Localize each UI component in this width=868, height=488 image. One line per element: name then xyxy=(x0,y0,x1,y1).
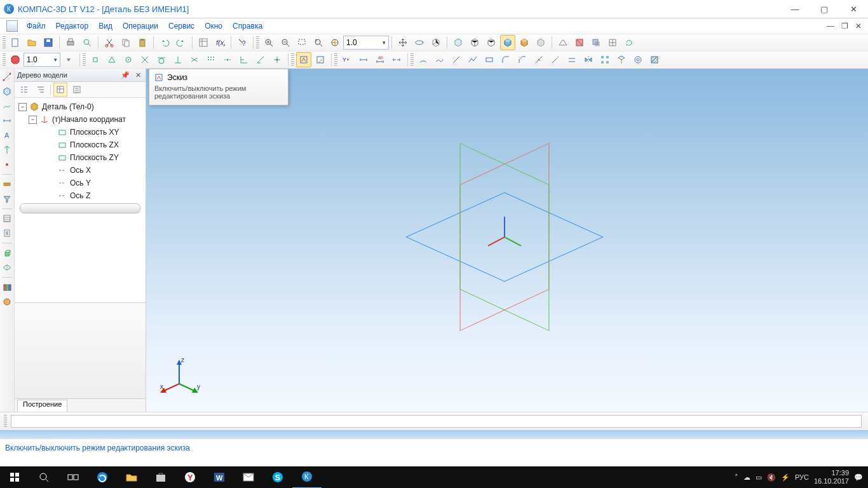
snap-cen-button[interactable] xyxy=(121,52,136,67)
menu-editor[interactable]: Редактор xyxy=(51,19,94,33)
perspective-button[interactable] xyxy=(555,35,571,50)
panel-close-icon[interactable]: ✕ xyxy=(133,70,143,80)
arc-button[interactable] xyxy=(416,52,431,67)
search-button[interactable] xyxy=(29,466,58,488)
menu-window[interactable]: Окно xyxy=(200,19,227,33)
tree-axis-z[interactable]: Ось Z xyxy=(15,189,146,202)
explorer-icon[interactable] xyxy=(117,466,146,488)
tree-plane-xy[interactable]: Плоскость XY xyxy=(15,126,146,139)
grip-icon[interactable] xyxy=(3,36,6,49)
tree-hscroll[interactable] xyxy=(20,203,140,214)
sketch-from-button[interactable] xyxy=(313,52,328,67)
shadow-button[interactable] xyxy=(588,35,604,50)
view-flat-button[interactable] xyxy=(533,35,548,50)
grip-icon[interactable] xyxy=(291,53,294,66)
text-button[interactable]: A xyxy=(0,128,14,142)
menu-view[interactable]: Вид xyxy=(93,19,118,33)
fillet-button[interactable] xyxy=(498,52,513,67)
close-button[interactable]: ✕ xyxy=(839,0,868,18)
trim-button[interactable] xyxy=(531,52,546,67)
grid-button[interactable] xyxy=(605,35,620,50)
tab-build[interactable]: Построение xyxy=(17,400,67,412)
print-button[interactable] xyxy=(63,35,78,50)
kompas-task-icon[interactable]: К xyxy=(292,466,322,488)
material-button[interactable] xyxy=(0,295,14,309)
grip-icon[interactable] xyxy=(4,415,7,428)
grip-icon[interactable] xyxy=(410,53,414,66)
minimize-button[interactable]: — xyxy=(780,0,810,18)
zoom-combo[interactable]: 1.0▾ xyxy=(343,36,389,50)
view-iso-button[interactable] xyxy=(451,35,466,50)
pan-button[interactable] xyxy=(395,35,410,50)
new-button[interactable] xyxy=(8,35,23,50)
edge-icon[interactable] xyxy=(88,466,117,488)
copy-button[interactable] xyxy=(118,35,133,50)
mdi-doc-icon[interactable] xyxy=(6,20,18,32)
save-button[interactable] xyxy=(41,35,56,50)
tree-axis-x[interactable]: Ось X xyxy=(15,164,146,177)
dim-side-button[interactable] xyxy=(0,114,14,128)
properties-button[interactable] xyxy=(196,35,211,50)
snap-tan-button[interactable] xyxy=(154,52,169,67)
viewport-3d[interactable]: Эскиз Включить/выключить режим редактиро… xyxy=(146,69,868,412)
extend-button[interactable] xyxy=(548,52,563,67)
word-icon[interactable]: W xyxy=(205,466,234,488)
sketch-mode-button[interactable] xyxy=(296,52,311,67)
mirror-button[interactable] xyxy=(581,52,596,67)
mdi-minimize[interactable]: — xyxy=(824,20,837,32)
taskview-button[interactable] xyxy=(58,466,88,488)
menu-help[interactable]: Справка xyxy=(227,19,268,33)
stop-button[interactable] xyxy=(8,52,23,67)
tray-notifications-icon[interactable]: 💬 xyxy=(854,473,863,482)
array-button[interactable] xyxy=(597,52,613,67)
snap-end-button[interactable] xyxy=(88,52,103,67)
command-input[interactable] xyxy=(11,415,862,428)
view-wire-button[interactable] xyxy=(467,35,482,50)
tray-battery-icon[interactable]: ▭ xyxy=(756,473,762,482)
mdi-close[interactable]: ✕ xyxy=(851,20,865,32)
zoom-out-button[interactable] xyxy=(278,35,293,50)
orient-button[interactable] xyxy=(428,35,444,50)
equidist-button[interactable] xyxy=(630,52,646,67)
measure-button[interactable] xyxy=(0,177,14,191)
tree-body[interactable]: − Деталь (Тел-0) − (т)Начало координат П… xyxy=(15,98,146,302)
panel-pin-icon[interactable]: 📌 xyxy=(120,70,130,80)
tray-volume-icon[interactable]: 🔇 xyxy=(767,473,776,482)
project-button[interactable] xyxy=(614,52,629,67)
zoom-in-button[interactable] xyxy=(261,35,276,50)
step-dn-button[interactable] xyxy=(61,52,76,67)
variables-button[interactable]: f(x) xyxy=(212,35,227,50)
redraw-button[interactable] xyxy=(621,35,637,50)
spline-button[interactable] xyxy=(432,52,447,67)
tree-mode-2[interactable] xyxy=(34,83,48,97)
tray-clock[interactable]: 17:39 16.10.2017 xyxy=(814,469,849,485)
view-hidden-button[interactable] xyxy=(484,35,499,50)
zoom-window-button[interactable] xyxy=(294,35,309,50)
redo-button[interactable] xyxy=(173,35,189,50)
tree-plane-zx[interactable]: Плоскость ZX xyxy=(15,139,146,151)
snap-int-button[interactable] xyxy=(137,52,153,67)
polyline-button[interactable] xyxy=(465,52,480,67)
spec-button[interactable] xyxy=(0,212,14,226)
tray-lang[interactable]: РУС xyxy=(795,473,809,481)
preview-button[interactable] xyxy=(79,35,95,50)
tree-axis-y[interactable]: Ось Y xyxy=(15,177,146,189)
open-button[interactable] xyxy=(24,35,39,50)
lib-button[interactable] xyxy=(0,280,14,294)
snap-mid-button[interactable] xyxy=(104,52,119,67)
snap-perp-button[interactable] xyxy=(236,52,252,67)
grip-icon[interactable] xyxy=(256,36,259,49)
snap-ang-button[interactable] xyxy=(253,52,268,67)
section-button[interactable] xyxy=(572,35,587,50)
snap-pt-button[interactable] xyxy=(269,52,285,67)
tree-mode-1[interactable] xyxy=(17,83,31,97)
tree-origin[interactable]: − (т)Начало координат xyxy=(15,113,146,126)
view-shaded-edges-button[interactable] xyxy=(517,35,532,50)
menu-file[interactable]: Файл xyxy=(22,19,51,33)
surface-button[interactable] xyxy=(0,99,14,113)
box3d-button[interactable] xyxy=(0,85,14,98)
tree-mode-3[interactable] xyxy=(53,83,67,97)
point-button[interactable] xyxy=(0,158,14,172)
zoom-prev-button[interactable] xyxy=(311,35,326,50)
start-button[interactable] xyxy=(0,466,29,488)
